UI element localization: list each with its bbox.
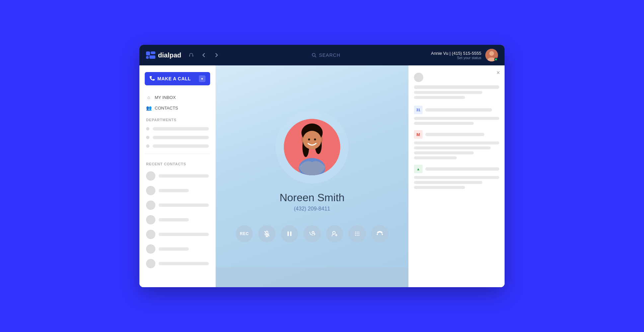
right-skeleton [414,96,465,99]
svg-point-35 [359,233,360,234]
recent-avatar [146,215,155,224]
right-section-gmail: M [414,130,499,159]
svg-rect-2 [146,56,149,59]
dept-skeleton [153,136,209,139]
svg-point-30 [355,231,356,232]
call-panel: Noreen Smith (432) 209-8411 REC [216,65,408,287]
record-button[interactable]: REC [236,225,253,242]
recent-avatar [146,259,155,268]
recent-contact-6[interactable] [139,242,215,256]
recent-avatar [146,244,155,254]
right-skeleton [414,181,482,184]
recent-name-skeleton [159,174,209,178]
right-profile-avatar [414,73,423,82]
right-skeleton [414,156,457,159]
svg-rect-3 [149,55,155,59]
right-profile-section [414,73,499,99]
svg-point-37 [357,235,358,236]
svg-point-36 [355,235,356,236]
contact-name: Noreen Smith [280,192,345,204]
status-online-dot [494,58,498,61]
recent-contact-3[interactable] [139,198,215,212]
nav-user: Annie Vu | (415) 515-5555 Set your statu… [431,49,498,61]
drive-icon: ▲ [414,165,423,173]
right-section-drive: ▲ [414,165,499,189]
dept-item-3[interactable] [139,142,215,150]
call-panel-footer [216,267,408,287]
svg-point-34 [357,233,358,234]
right-skeleton [414,146,491,149]
svg-rect-40 [382,233,383,235]
svg-point-32 [359,231,360,232]
gmail-icon: M [414,130,423,139]
recent-name-skeleton [159,262,209,265]
hold-button[interactable] [281,225,298,242]
keypad-button[interactable] [349,225,366,242]
dept-skeleton [153,144,209,148]
recent-contact-2[interactable] [139,183,215,198]
app-logo: dialpad [146,51,181,59]
headset-icon[interactable] [187,50,196,60]
right-section-header-gmail: M [414,130,499,139]
recent-contact-4[interactable] [139,212,215,227]
right-skeleton [425,167,499,171]
svg-point-31 [357,231,358,232]
dept-skeleton [153,127,209,130]
top-nav: dialpad [139,45,505,65]
right-skeleton [425,108,492,112]
nav-user-name: Annie Vu | (415) 515-5555 [431,51,481,56]
recent-avatar [146,171,155,181]
nav-search-area: SEARCH [221,52,431,58]
svg-point-38 [359,235,360,236]
right-panel: × 31 [408,65,505,287]
search-box[interactable]: SEARCH [312,52,340,58]
svg-rect-0 [146,51,150,55]
dept-item-1[interactable] [139,124,215,133]
right-skeleton [414,141,499,144]
make-call-dropdown-icon[interactable]: ▾ [199,75,205,82]
recent-contact-5[interactable] [139,227,215,242]
nav-avatar-wrap [485,49,498,61]
hangup-button[interactable] [367,221,392,246]
back-icon[interactable] [199,50,208,60]
recent-contacts-label: RECENT CONTACTS [139,157,215,169]
svg-rect-4 [189,55,190,56]
right-skeleton [414,186,465,189]
right-section-header-calendar: 31 [414,106,499,114]
contact-phone: (432) 209-8411 [294,206,330,212]
right-skeleton [414,91,482,94]
gmail-skeletons [414,141,499,159]
calendar-skeletons [414,117,499,125]
mute-button[interactable] [258,225,276,242]
recent-contact-1[interactable] [139,169,215,183]
svg-rect-25 [290,231,291,236]
dept-item-2[interactable] [139,133,215,142]
recent-avatar [146,186,155,195]
nav-icons [187,50,221,60]
contact-avatar-outer [276,111,349,184]
app-window: dialpad [139,45,505,287]
right-skeleton [414,151,474,154]
add-contact-button[interactable] [326,225,343,242]
search-label: SEARCH [319,52,340,58]
svg-point-26 [312,231,314,233]
svg-point-17 [308,138,310,140]
sidebar-item-my-inbox[interactable]: ⌂ MY INBOX [139,92,215,103]
contact-avatar-inner [284,119,340,175]
dept-dot [146,144,149,148]
close-button[interactable]: × [496,69,500,76]
right-skeleton [414,122,474,125]
recent-contact-7[interactable] [139,256,215,271]
svg-point-9 [489,51,494,56]
right-skeleton [414,117,499,120]
forward-icon[interactable] [212,50,221,60]
right-skeleton [414,85,499,89]
svg-point-33 [355,233,356,234]
transfer-button[interactable] [303,225,321,242]
make-call-button[interactable]: MAKE A CALL ▾ [145,72,210,85]
recent-name-skeleton [159,233,209,236]
my-inbox-label: MY INBOX [155,95,176,100]
nav-user-info: Annie Vu | (415) 515-5555 Set your statu… [431,51,481,60]
sidebar-item-contacts[interactable]: 👥 CONTACTS [139,103,215,113]
nav-user-status[interactable]: Set your status [431,56,481,60]
